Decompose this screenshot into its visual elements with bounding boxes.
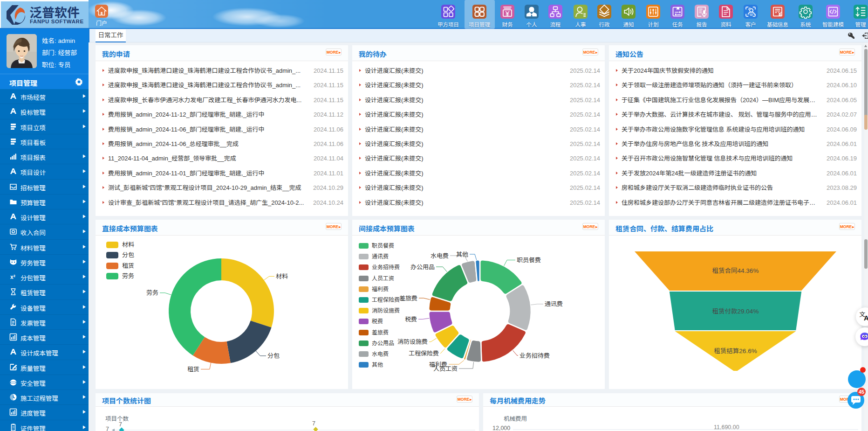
svg-text:工程保险费: 工程保险费 (409, 350, 439, 357)
svg-text:租赁合同44.36%: 租赁合同44.36% (712, 267, 759, 274)
svg-text:办公用品: 办公用品 (410, 264, 435, 271)
svg-text:税费: 税费 (405, 316, 417, 323)
svg-text:租赁付款29.04%: 租赁付款29.04% (712, 308, 759, 315)
svg-text:其他: 其他 (456, 251, 468, 258)
svg-text:福利费: 福利费 (429, 361, 447, 368)
svg-text:水电费: 水电费 (431, 252, 449, 259)
svg-text:x²: x² (10, 274, 15, 280)
svg-text:通讯费: 通讯费 (545, 300, 563, 307)
svg-text:消防设施费: 消防设施费 (397, 338, 428, 345)
svg-text:差旅费: 差旅费 (399, 295, 417, 302)
svg-text:分包: 分包 (267, 352, 280, 359)
svg-text:业务招待费: 业务招待费 (519, 352, 550, 359)
svg-text:材料: 材料 (276, 273, 288, 280)
svg-text:职员餐费: 职员餐费 (517, 257, 541, 264)
svg-text:劳务: 劳务 (146, 289, 158, 296)
svg-text:租赁结算26.6%: 租赁结算26.6% (714, 348, 757, 355)
svg-text:租赁: 租赁 (187, 366, 199, 373)
